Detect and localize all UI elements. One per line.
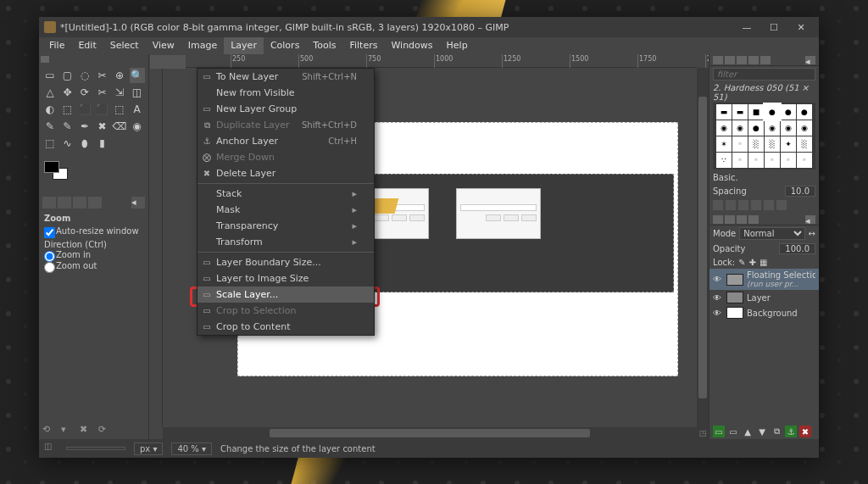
brush-grid[interactable]: ▬▬■●●●◉◉●◉◉◉✶◦░░✦░∵◦◦◦◦◦ [713, 103, 815, 170]
menu-edit[interactable]: Edit [71, 37, 103, 54]
brush-18[interactable]: ∵ [716, 153, 732, 168]
brush-16[interactable]: ✦ [781, 136, 796, 152]
menu-tools[interactable]: Tools [306, 37, 342, 54]
zoom-select[interactable]: 40 % ▾ [171, 442, 212, 455]
brush-4[interactable]: ● [781, 104, 796, 120]
brush-dock-tabs[interactable]: ◂ [709, 54, 819, 66]
brush-preset-label[interactable]: Basic. [713, 173, 738, 182]
brush-2[interactable]: ■ [748, 104, 764, 120]
menu-item-scale-layer-[interactable]: ▭Scale Layer... [198, 287, 374, 303]
visibility-icon[interactable]: 👁 [713, 309, 723, 318]
menu-item-to-new-layer[interactable]: ▭To New LayerShift+Ctrl+N [198, 69, 374, 85]
tool-4[interactable]: ⊕ [112, 68, 127, 83]
menu-filters[interactable]: Filters [342, 37, 384, 54]
tool-16[interactable]: ⬚ [112, 102, 127, 117]
ruler-vertical[interactable] [149, 68, 163, 427]
brush-19[interactable]: ◦ [732, 153, 748, 168]
titlebar[interactable]: *[Untitled]-1.0 (RGB color 8-bit gamma i… [39, 17, 819, 37]
tool-options-tabs[interactable]: ◂ [39, 195, 148, 210]
tool-8[interactable]: ⟳ [77, 85, 92, 100]
blend-mode-select[interactable]: Normal [739, 227, 804, 240]
menu-item-crop-to-content[interactable]: ▭Crop to Content [198, 319, 374, 335]
menu-item-stack[interactable]: Stack▸ [198, 186, 374, 202]
tool-24[interactable]: ⬚ [42, 136, 58, 151]
tool-17[interactable]: A [130, 102, 145, 117]
tool-23[interactable]: ◉ [130, 119, 145, 134]
brush-13[interactable]: ◦ [732, 136, 748, 152]
opacity-value[interactable]: 100.0 [779, 243, 815, 254]
menu-item-transform[interactable]: Transform▸ [198, 234, 374, 250]
brush-filter-input[interactable] [713, 68, 815, 81]
autoresize-checkbox[interactable]: Auto-resize window [44, 225, 143, 236]
minimize-button[interactable]: — [741, 21, 753, 33]
tool-19[interactable]: ✎ [60, 119, 75, 134]
layer-name-label[interactable]: Layer [747, 293, 815, 303]
menu-colors[interactable]: Colors [264, 37, 306, 54]
brush-20[interactable]: ◦ [748, 153, 764, 168]
menu-item-new-from-visible[interactable]: New from Visible [198, 85, 374, 101]
menu-item-transparency[interactable]: Transparency▸ [198, 218, 374, 234]
lock-position-icon[interactable]: ✚ [749, 258, 756, 267]
tool-14[interactable]: ⬛ [77, 102, 92, 117]
menu-item-new-layer-group[interactable]: ▭New Layer Group [198, 101, 374, 117]
brush-8[interactable]: ● [748, 120, 764, 136]
visibility-icon[interactable]: 👁 [713, 275, 723, 284]
brush-3[interactable]: ● [765, 104, 780, 120]
layer-item[interactable]: 👁Floating Selection(run user pr... [709, 269, 819, 290]
tool-options-buttons[interactable]: ⟲▾✖⟳ [42, 424, 110, 436]
scrollbar-horizontal[interactable] [163, 427, 697, 439]
menu-windows[interactable]: Windows [384, 37, 439, 54]
close-button[interactable]: ✕ [795, 21, 807, 33]
layer-name-label[interactable]: Background [747, 309, 815, 318]
layer-item[interactable]: 👁Background [709, 305, 819, 320]
tool-18[interactable]: ✎ [42, 119, 58, 134]
visibility-icon[interactable]: 👁 [713, 293, 723, 303]
tool-25[interactable]: ∿ [60, 136, 75, 151]
tool-20[interactable]: ✒ [77, 119, 92, 134]
tool-7[interactable]: ✥ [60, 85, 75, 100]
lock-alpha-icon[interactable]: ▦ [760, 258, 767, 267]
brush-15[interactable]: ░ [765, 136, 780, 152]
layers-dock-tabs[interactable]: ◂ [709, 214, 819, 225]
layer-name-label[interactable]: Floating Selection(run user pr... [747, 270, 815, 288]
fg-bg-color[interactable] [44, 161, 75, 188]
zoom-out-radio[interactable]: Zoom out [44, 260, 143, 271]
menu-item-anchor-layer[interactable]: ⚓Anchor LayerCtrl+H [198, 133, 374, 149]
menu-layer[interactable]: Layer [224, 37, 264, 54]
brush-7[interactable]: ◉ [732, 120, 748, 136]
maximize-button[interactable]: ☐ [768, 21, 780, 33]
ruler-horizontal[interactable]: 25050075010001250150017502000 [163, 54, 697, 68]
menu-file[interactable]: File [42, 37, 71, 54]
layers-action-buttons[interactable]: ▭ ▭ ▲ ▼ ⧉ ⚓ ✖ [709, 424, 819, 439]
tool-21[interactable]: ✖ [95, 119, 110, 134]
brush-22[interactable]: ◦ [781, 153, 796, 168]
menu-help[interactable]: Help [440, 37, 475, 54]
tool-5[interactable]: 🔍 [130, 68, 145, 83]
brush-21[interactable]: ◦ [765, 153, 780, 168]
tool-26[interactable]: ⬮ [77, 136, 92, 151]
image-tab-strip[interactable] [149, 54, 192, 70]
brush-5[interactable]: ● [797, 104, 812, 120]
brush-action-buttons[interactable] [709, 198, 819, 212]
layer-item[interactable]: 👁Layer [709, 290, 819, 305]
tool-3[interactable]: ✂ [95, 68, 110, 83]
mode-switch-icon[interactable]: ↔ [809, 229, 815, 238]
tool-11[interactable]: ◫ [130, 85, 145, 100]
lock-pixels-icon[interactable]: ✎ [738, 258, 745, 267]
tool-13[interactable]: ⬚ [60, 102, 75, 117]
brush-6[interactable]: ◉ [716, 120, 732, 136]
menu-item-layer-to-image-size[interactable]: ▭Layer to Image Size [198, 270, 374, 287]
scrollbar-vertical[interactable] [697, 68, 709, 427]
menu-item-mask[interactable]: Mask▸ [198, 202, 374, 218]
brush-11[interactable]: ◉ [797, 120, 812, 136]
zoom-in-radio[interactable]: Zoom in [44, 249, 143, 260]
unit-select[interactable]: px ▾ [134, 442, 163, 455]
brush-10[interactable]: ◉ [781, 120, 796, 136]
brush-1[interactable]: ▬ [732, 104, 748, 120]
tool-27[interactable]: ▮ [95, 136, 110, 151]
tool-2[interactable]: ◌ [77, 68, 92, 83]
brush-12[interactable]: ✶ [716, 136, 732, 152]
brush-9[interactable]: ◉ [765, 120, 780, 136]
menu-item-delete-layer[interactable]: ✖Delete Layer [198, 165, 374, 181]
tool-9[interactable]: ✂ [95, 85, 110, 100]
